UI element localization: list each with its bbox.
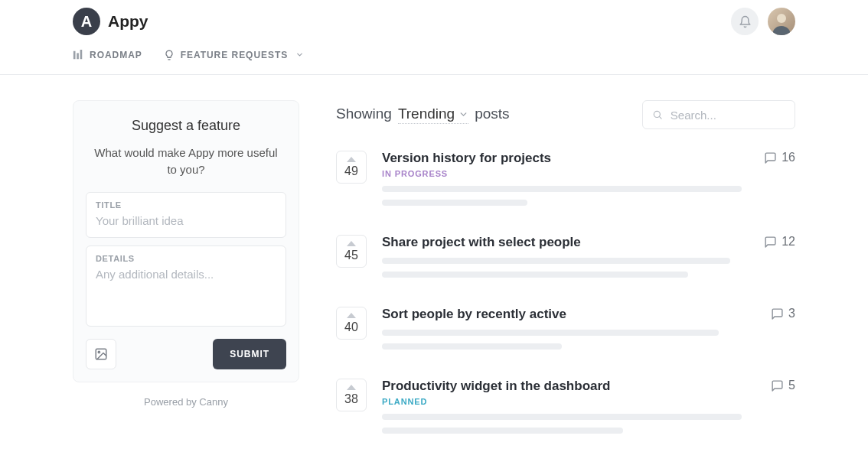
title-field[interactable]: TITLE (86, 192, 286, 238)
comment-count: 5 (788, 379, 795, 392)
post-status: IN PROGRESS (382, 169, 551, 178)
vote-count: 38 (344, 392, 358, 406)
avatar-icon (768, 8, 795, 35)
comment-count: 16 (782, 151, 795, 164)
svg-line-7 (660, 117, 662, 119)
vote-button[interactable]: 38 (336, 379, 367, 411)
chevron-down-icon (295, 50, 304, 59)
suggest-feature-card: Suggest a feature What would make Appy m… (73, 100, 299, 382)
vote-count: 45 (344, 249, 358, 262)
upvote-icon (347, 157, 356, 162)
showing-row: Showing Trending posts (336, 106, 510, 124)
upvote-icon (347, 313, 356, 318)
skeleton-line (382, 258, 730, 264)
skeleton-line (382, 330, 719, 336)
powered-by[interactable]: Powered by Canny (73, 396, 299, 408)
suggest-heading: Suggest a feature (86, 118, 286, 134)
comment-count: 3 (788, 307, 795, 320)
sort-select[interactable]: Trending (398, 106, 468, 124)
nav-feature-requests[interactable]: FEATURE REQUESTS (164, 50, 304, 60)
vote-count: 40 (344, 320, 358, 334)
showing-label: Showing (336, 106, 392, 122)
roadmap-icon (73, 50, 83, 60)
comment-icon (764, 236, 777, 249)
image-icon (94, 347, 108, 361)
details-field[interactable]: DETAILS (86, 246, 286, 327)
post-title[interactable]: Sort people by recently active (382, 307, 566, 322)
svg-point-5 (98, 351, 100, 353)
post-title[interactable]: Version history for projects (382, 151, 551, 166)
search-box[interactable] (642, 100, 795, 129)
svg-rect-2 (77, 53, 79, 59)
post-status: PLANNED (382, 397, 610, 406)
skeleton-line (382, 272, 688, 278)
post-title[interactable]: Share project with select people (382, 235, 581, 250)
search-icon (652, 109, 663, 121)
attach-image-button[interactable] (86, 339, 116, 369)
lightbulb-icon (164, 50, 175, 60)
app-logo[interactable]: A (73, 8, 100, 35)
skeleton-line (382, 186, 742, 192)
nav-roadmap-label: ROADMAP (90, 50, 142, 60)
title-label: TITLE (96, 200, 276, 210)
details-label: DETAILS (96, 254, 276, 263)
comment-icon (771, 379, 784, 392)
svg-rect-3 (80, 50, 83, 59)
svg-point-6 (654, 111, 660, 117)
comments-link[interactable]: 3 (771, 307, 795, 320)
comments-link[interactable]: 16 (764, 151, 795, 164)
app-name: Appy (108, 12, 148, 31)
title-input[interactable] (96, 214, 276, 227)
posts-label: posts (475, 106, 509, 122)
skeleton-line (382, 200, 527, 206)
post-item[interactable]: 45 Share project with select people 12 (336, 235, 795, 285)
search-input[interactable] (671, 109, 785, 122)
comment-icon (764, 151, 777, 164)
nav-feature-requests-label: FEATURE REQUESTS (181, 50, 288, 60)
vote-count: 49 (344, 164, 358, 178)
vote-button[interactable]: 45 (336, 235, 367, 268)
vote-button[interactable]: 49 (336, 151, 367, 184)
sort-value: Trending (398, 106, 455, 122)
comment-count: 12 (782, 235, 795, 249)
suggest-subheading: What would make Appy more useful to you? (86, 145, 286, 178)
skeleton-line (382, 414, 742, 420)
nav-roadmap[interactable]: ROADMAP (73, 50, 142, 60)
svg-point-0 (777, 14, 786, 23)
details-input[interactable] (96, 268, 276, 314)
vote-button[interactable]: 40 (336, 307, 367, 340)
user-avatar[interactable] (768, 8, 795, 35)
svg-rect-1 (73, 50, 76, 59)
skeleton-line (382, 343, 562, 350)
skeleton-line (382, 428, 623, 434)
bell-icon (739, 15, 752, 28)
post-title[interactable]: Productivity widget in the dashboard (382, 379, 610, 394)
notifications-button[interactable] (731, 8, 759, 35)
upvote-icon (347, 385, 356, 390)
upvote-icon (347, 241, 356, 246)
post-item[interactable]: 38 Productivity widget in the dashboard … (336, 379, 795, 441)
submit-button[interactable]: SUBMIT (213, 339, 286, 369)
comments-link[interactable]: 5 (771, 379, 795, 392)
chevron-down-icon (458, 109, 468, 119)
comments-link[interactable]: 12 (764, 235, 795, 249)
post-item[interactable]: 49 Version history for projects IN PROGR… (336, 151, 795, 213)
comment-icon (771, 307, 784, 320)
post-item[interactable]: 40 Sort people by recently active 3 (336, 307, 795, 357)
